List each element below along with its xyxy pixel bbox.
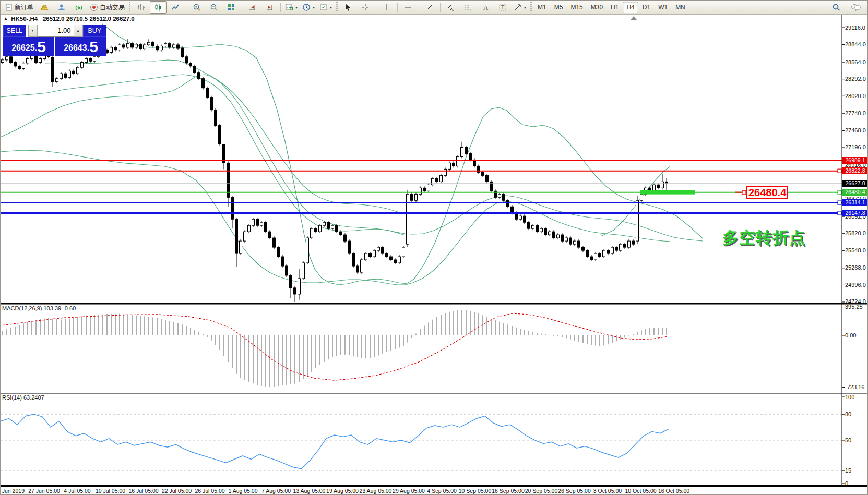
hline-icon bbox=[404, 3, 412, 11]
rsi-label: RSI(14) 63.2407 bbox=[2, 394, 44, 401]
text-label-button[interactable]: T bbox=[494, 1, 511, 14]
price-tick-label: 28844.0 bbox=[845, 41, 866, 47]
buy-price-tile[interactable]: 26643.5 bbox=[55, 37, 106, 56]
timeframe-d1-button[interactable]: D1 bbox=[639, 2, 654, 13]
price-tick-label: 25820.0 bbox=[845, 230, 866, 236]
time-tick-label: 26 Sep 05:00 bbox=[558, 488, 590, 494]
timeframe-m15-button[interactable]: M15 bbox=[567, 2, 586, 13]
buy-button[interactable]: BUY bbox=[83, 25, 106, 37]
timeframe-m1-button[interactable]: M1 bbox=[534, 2, 550, 13]
tile-windows-button[interactable] bbox=[223, 1, 240, 14]
shapes-icon bbox=[514, 3, 522, 11]
channel-icon: E bbox=[447, 3, 455, 11]
volume-up-button[interactable]: ▲ bbox=[74, 25, 83, 37]
price-tick-label: 28020.0 bbox=[845, 93, 866, 99]
toolbar-separator bbox=[280, 3, 281, 12]
time-tick-label: 4 Jul 05:00 bbox=[64, 488, 90, 494]
chart-title: ▲ HK50-,H4 26512.0 26710.5 26512.0 26627… bbox=[4, 16, 135, 22]
sell-price-tile[interactable]: 26625.5 bbox=[3, 37, 54, 56]
main-toolbar: 新订单自动交易▾▾▾EFAT▾M1M5M15M30H1H4D1W1MN bbox=[1, 1, 868, 15]
toolbar-button-label: 新订单 bbox=[15, 3, 33, 12]
signal-button[interactable] bbox=[70, 1, 87, 14]
price-tag-label[interactable]: 26480.4 bbox=[746, 186, 788, 199]
time-tick-label: 29 Aug 05:00 bbox=[393, 488, 425, 494]
rsi-tick-label: 50 bbox=[845, 437, 851, 443]
vertical-line-button[interactable] bbox=[378, 1, 395, 14]
newchart-icon bbox=[285, 3, 293, 11]
fibonacci-button[interactable]: F bbox=[460, 1, 477, 14]
chat-icon bbox=[851, 3, 861, 11]
scrollend-icon bbox=[248, 3, 257, 11]
textT-icon: T bbox=[498, 3, 507, 11]
crosshair-icon bbox=[361, 3, 370, 11]
rsi-tick-label: 80 bbox=[845, 411, 851, 417]
new-order-button[interactable]: 新订单 bbox=[3, 1, 35, 14]
channel-button[interactable]: E bbox=[443, 1, 459, 14]
autotrade-button[interactable]: 自动交易 bbox=[88, 1, 127, 14]
sell-price-pip: 5 bbox=[37, 39, 46, 55]
dropdown-arrow-icon[interactable]: ▾ bbox=[524, 5, 526, 10]
shift-marker-icon[interactable] bbox=[631, 16, 637, 20]
price-badge: 26314.1 bbox=[842, 199, 868, 206]
price-tick-label: 29116.0 bbox=[845, 25, 865, 31]
dropdown-arrow-icon[interactable]: ▾ bbox=[295, 5, 298, 10]
svg-text:F: F bbox=[470, 8, 472, 11]
toolbar-separator bbox=[242, 3, 242, 12]
timeframe-h1-button[interactable]: H1 bbox=[607, 2, 622, 13]
toolbar-grip[interactable] bbox=[129, 2, 130, 13]
time-tick-label: 7 Aug 05:00 bbox=[261, 488, 291, 494]
shapes-button[interactable]: ▾ bbox=[512, 1, 528, 14]
symbol-triangle-icon: ▲ bbox=[4, 16, 8, 21]
trendline-button[interactable] bbox=[421, 1, 438, 14]
time-tick-label: 22 Jul 05:00 bbox=[162, 488, 192, 494]
auto-scroll-button[interactable] bbox=[244, 1, 261, 14]
dropdown-arrow-icon[interactable]: ▾ bbox=[330, 5, 332, 10]
timeframe-w1-button[interactable]: W1 bbox=[655, 2, 671, 13]
rsi-tick-label: 100 bbox=[845, 394, 854, 400]
template-button[interactable]: ▾ bbox=[317, 1, 334, 14]
timeframe-mn-button[interactable]: MN bbox=[672, 2, 689, 13]
price-tick-label: 27468.0 bbox=[845, 127, 866, 134]
highlight-trend-segment[interactable] bbox=[640, 190, 695, 195]
time-tick-label: 16 Oct 05:00 bbox=[658, 488, 689, 494]
timeframe-m30-button[interactable]: M30 bbox=[587, 2, 607, 13]
search-button[interactable] bbox=[828, 1, 845, 14]
zoom-in-button[interactable] bbox=[188, 1, 205, 14]
time-tick-label: 10 Oct 05:00 bbox=[625, 488, 656, 494]
rsi-pane[interactable] bbox=[1, 414, 842, 470]
candlestick-chart-button[interactable] bbox=[150, 1, 167, 14]
dropdown-arrow-icon[interactable]: ▾ bbox=[313, 5, 315, 10]
chat-button[interactable] bbox=[848, 1, 864, 14]
price-tick-label: 27196.0 bbox=[845, 144, 866, 150]
signal-icon bbox=[75, 3, 83, 11]
toolbar-grip[interactable] bbox=[530, 2, 532, 13]
toolbar-grip[interactable] bbox=[336, 2, 338, 13]
timeframe-m5-button[interactable]: M5 bbox=[551, 2, 567, 13]
linechart-icon bbox=[171, 3, 180, 11]
bar-chart-button[interactable] bbox=[133, 1, 149, 14]
price-tick-label: 25548.0 bbox=[845, 247, 866, 253]
volume-input[interactable] bbox=[38, 25, 74, 37]
price-tick-label: 28292.0 bbox=[845, 76, 866, 82]
volume-down-button[interactable]: ▼ bbox=[28, 25, 38, 37]
line-chart-button[interactable] bbox=[167, 1, 184, 14]
crosshair-button[interactable] bbox=[357, 1, 374, 14]
chinese-annotation: 多空转折点 bbox=[722, 227, 806, 249]
zoom-out-button[interactable] bbox=[206, 1, 222, 14]
text-button[interactable]: A bbox=[477, 1, 494, 14]
toolbar-separator bbox=[397, 3, 398, 12]
main-pane[interactable] bbox=[1, 24, 842, 302]
sell-button[interactable]: SELL bbox=[3, 25, 26, 37]
buy-price-pip: 5 bbox=[89, 39, 98, 55]
profile-button[interactable] bbox=[53, 1, 70, 14]
gold-icon-button[interactable] bbox=[36, 1, 53, 14]
horizontal-line-button[interactable] bbox=[400, 1, 417, 14]
cursor-button[interactable] bbox=[340, 1, 356, 14]
svg-text:A: A bbox=[483, 4, 489, 11]
period-button[interactable]: ▾ bbox=[300, 1, 317, 14]
chart-shift-button[interactable] bbox=[261, 1, 278, 14]
macd-pane[interactable] bbox=[3, 310, 667, 387]
timeframe-h4-button[interactable]: H4 bbox=[623, 2, 638, 13]
new-chart-button[interactable]: ▾ bbox=[283, 1, 300, 14]
volume-control: ▼ ▲ bbox=[28, 25, 83, 37]
